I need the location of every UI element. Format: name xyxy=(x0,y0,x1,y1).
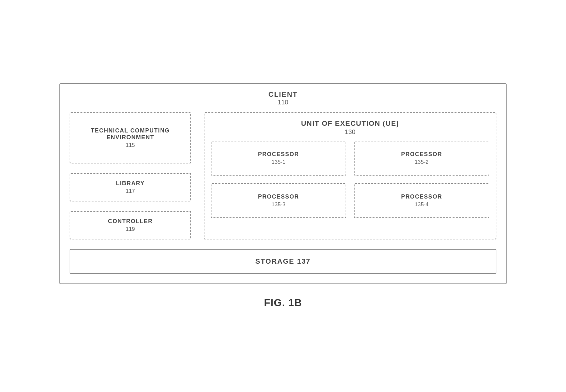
client-label: CLIENT 110 xyxy=(70,90,496,106)
library-box: LIBRARY 117 xyxy=(70,173,191,201)
processor-1-number: 135-1 xyxy=(218,159,339,165)
controller-number: 119 xyxy=(77,226,184,232)
diagram-wrapper: CLIENT 110 TECHNICAL COMPUTING ENVIRONME… xyxy=(59,83,507,309)
processor-box-4: PROCESSOR 135-4 xyxy=(354,183,489,218)
processor-box-2: PROCESSOR 135-2 xyxy=(354,141,489,176)
ue-number: 130 xyxy=(211,128,489,136)
tce-box: TECHNICAL COMPUTING ENVIRONMENT 115 xyxy=(70,112,191,163)
processor-3-number: 135-3 xyxy=(218,201,339,208)
client-title: CLIENT xyxy=(70,90,496,99)
controller-title: CONTROLLER xyxy=(77,218,184,225)
client-box: CLIENT 110 TECHNICAL COMPUTING ENVIRONME… xyxy=(59,83,507,284)
tce-title-line2: ENVIRONMENT xyxy=(77,134,184,141)
processor-2-title: PROCESSOR xyxy=(361,151,482,158)
controller-box: CONTROLLER 119 xyxy=(70,211,191,239)
tce-title-line1: TECHNICAL COMPUTING xyxy=(77,127,184,134)
processor-4-number: 135-4 xyxy=(361,201,482,208)
library-number: 117 xyxy=(77,188,184,194)
client-number: 110 xyxy=(70,99,496,106)
processor-box-3: PROCESSOR 135-3 xyxy=(211,183,346,218)
ue-title: UNIT OF EXECUTION (UE) xyxy=(211,119,489,128)
tce-number: 115 xyxy=(77,142,184,148)
processor-box-1: PROCESSOR 135-1 xyxy=(211,141,346,176)
inner-content: TECHNICAL COMPUTING ENVIRONMENT 115 LIBR… xyxy=(70,112,496,239)
storage-box: STORAGE 137 xyxy=(70,249,496,274)
figure-caption: FIG. 1B xyxy=(264,297,302,309)
library-title: LIBRARY xyxy=(77,180,184,187)
processor-2-number: 135-2 xyxy=(361,159,482,165)
processor-1-title: PROCESSOR xyxy=(218,151,339,158)
processor-3-title: PROCESSOR xyxy=(218,193,339,200)
ue-label: UNIT OF EXECUTION (UE) 130 xyxy=(211,119,489,136)
storage-label: STORAGE 137 xyxy=(255,257,310,265)
processor-grid: PROCESSOR 135-1 PROCESSOR 135-2 PROCESSO… xyxy=(211,141,489,218)
processor-4-title: PROCESSOR xyxy=(361,193,482,200)
left-column: TECHNICAL COMPUTING ENVIRONMENT 115 LIBR… xyxy=(70,112,191,239)
ue-box: UNIT OF EXECUTION (UE) 130 PROCESSOR 135… xyxy=(204,112,496,239)
